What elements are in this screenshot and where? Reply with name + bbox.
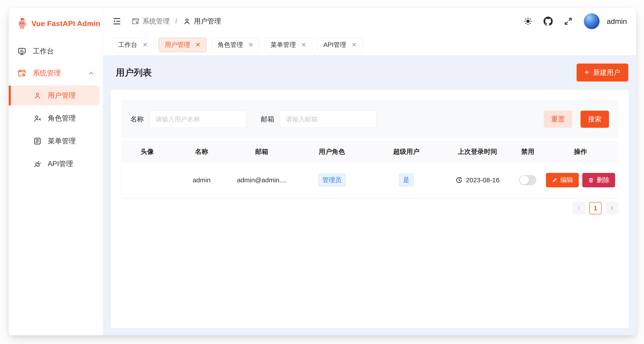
column-header-name: 名称	[173, 147, 230, 156]
github-icon[interactable]	[544, 17, 553, 26]
breadcrumb-label: 用户管理	[194, 17, 221, 26]
cell-actions: 编辑 删除	[543, 173, 618, 187]
user-icon	[33, 91, 42, 100]
sidebar-item-label: 角色管理	[48, 114, 76, 123]
sidebar-item-menu-management[interactable]: 菜单管理	[9, 131, 100, 151]
column-header-role: 用户角色	[294, 147, 370, 156]
user-table: 头像 名称 邮箱 用户角色 超级用户 上次登录时间 禁用 操作 admin	[121, 142, 618, 198]
breadcrumb: 系统管理 / 用户管理	[132, 17, 221, 26]
close-icon[interactable]: ✕	[195, 42, 200, 48]
sidebar: Vue FastAPI Admin 工作台	[9, 8, 103, 335]
sidebar-item-label: 系统管理	[33, 68, 61, 78]
content-area: 用户列表 + 新建用户 名称 邮箱	[103, 55, 636, 335]
cell-disabled	[512, 175, 543, 185]
username[interactable]: admin	[606, 17, 627, 26]
close-icon[interactable]: ✕	[142, 42, 148, 48]
page-title: 用户列表	[116, 67, 152, 79]
fullscreen-icon[interactable]	[564, 17, 573, 26]
name-filter-label: 名称	[130, 115, 144, 124]
column-header-superuser: 超级用户	[370, 147, 442, 156]
sidebar-item-api-management[interactable]: API管理	[9, 154, 100, 174]
sidebar-item-role-management[interactable]: 角色管理	[9, 109, 100, 128]
tabbar: 工作台 ✕ 用户管理 ✕ 角色管理 ✕ 菜单管理 ✕ API管理 ✕	[103, 35, 636, 55]
tab-label: 用户管理	[164, 41, 190, 49]
role-badge: 管理员	[318, 174, 346, 186]
superuser-badge: 是	[399, 174, 414, 186]
column-header-avatar: 头像	[121, 147, 173, 156]
last-login-date: 2023-08-16	[466, 176, 499, 184]
tab-role-management[interactable]: 角色管理 ✕	[212, 38, 259, 52]
app-logo[interactable]: Vue FastAPI Admin	[9, 8, 103, 32]
delete-button[interactable]: 删除	[582, 173, 615, 187]
trash-icon	[588, 177, 594, 183]
workbench-icon	[18, 47, 26, 56]
column-header-email: 邮箱	[230, 147, 294, 156]
page: Vue FastAPI Admin 工作台	[0, 0, 644, 344]
column-header-disabled: 禁用	[512, 147, 543, 156]
table-row: admin admin@admin.... 管理员 是	[121, 162, 618, 198]
breadcrumb-user-management[interactable]: 用户管理	[183, 17, 221, 26]
sidebar-item-user-management[interactable]: 用户管理	[9, 86, 100, 105]
tab-user-management[interactable]: 用户管理 ✕	[159, 38, 206, 52]
email-filter-label: 邮箱	[261, 115, 274, 124]
tab-label: 角色管理	[218, 41, 243, 49]
table-header-row: 头像 名称 邮箱 用户角色 超级用户 上次登录时间 禁用 操作	[121, 142, 618, 162]
close-icon[interactable]: ✕	[301, 42, 306, 48]
theme-sun-icon[interactable]	[524, 17, 532, 26]
role-icon	[33, 114, 42, 123]
system-settings-icon	[132, 17, 140, 25]
tab-api-management[interactable]: API管理 ✕	[318, 38, 362, 52]
filter-email-group: 邮箱	[261, 110, 377, 128]
pencil-icon	[552, 177, 558, 183]
menu-list-icon	[33, 137, 42, 145]
close-icon[interactable]: ✕	[352, 42, 356, 48]
tab-label: 工作台	[118, 41, 137, 49]
collapse-sidebar-icon[interactable]	[112, 17, 122, 26]
main-area: 系统管理 / 用户管理	[103, 8, 636, 335]
breadcrumb-label: 系统管理	[142, 17, 170, 26]
app-window: Vue FastAPI Admin 工作台	[9, 8, 636, 335]
edit-button-label: 编辑	[560, 176, 573, 184]
cell-name: admin	[173, 176, 230, 184]
pagination-next-button[interactable]	[606, 202, 618, 214]
sidebar-item-label: API管理	[48, 159, 73, 169]
page-head: 用户列表 + 新建用户	[103, 55, 636, 90]
column-header-actions: 操作	[543, 147, 618, 156]
delete-button-label: 删除	[597, 176, 610, 184]
edit-button[interactable]: 编辑	[546, 173, 579, 187]
toggle-knob	[520, 176, 529, 185]
disabled-toggle[interactable]	[519, 175, 536, 185]
sidebar-item-workbench[interactable]: 工作台	[9, 42, 103, 61]
close-icon[interactable]: ✕	[248, 42, 253, 48]
sidebar-item-label: 工作台	[33, 47, 54, 56]
sidebar-item-label: 用户管理	[48, 91, 76, 100]
email-filter-input[interactable]	[280, 110, 377, 128]
filter-actions: 重置 搜索	[544, 111, 609, 128]
user-avatar[interactable]	[584, 13, 600, 29]
add-user-button-label: 新建用户	[593, 68, 620, 77]
pagination: 1	[121, 202, 618, 214]
user-list-card: 名称 邮箱 重置 搜索	[110, 90, 629, 328]
column-header-last-login: 上次登录时间	[442, 147, 512, 156]
app-title: Vue FastAPI Admin	[32, 19, 100, 28]
tab-workbench[interactable]: 工作台 ✕	[112, 38, 154, 52]
sidebar-item-system-management[interactable]: 系统管理	[9, 64, 103, 83]
breadcrumb-separator: /	[174, 17, 178, 25]
cell-role: 管理员	[294, 174, 370, 186]
chick-mascot-icon	[17, 18, 27, 29]
api-plug-icon	[33, 160, 42, 168]
sidebar-item-label: 菜单管理	[48, 136, 76, 146]
cell-email: admin@admin....	[230, 176, 294, 184]
pagination-prev-button[interactable]	[573, 202, 585, 214]
filter-bar: 名称 邮箱 重置 搜索	[121, 100, 618, 138]
reset-button[interactable]: 重置	[544, 111, 572, 128]
plus-icon: +	[584, 68, 589, 76]
tab-label: 菜单管理	[270, 41, 296, 49]
pagination-page-1[interactable]: 1	[589, 202, 602, 214]
filter-name-group: 名称	[130, 110, 246, 128]
tab-menu-management[interactable]: 菜单管理 ✕	[264, 38, 312, 52]
add-user-button[interactable]: + 新建用户	[576, 64, 628, 82]
name-filter-input[interactable]	[150, 110, 246, 128]
search-button[interactable]: 搜索	[580, 111, 609, 128]
breadcrumb-system-management[interactable]: 系统管理	[132, 17, 170, 26]
